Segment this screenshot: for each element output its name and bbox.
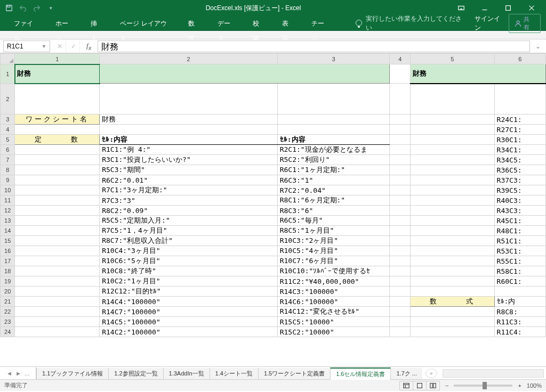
cell[interactable] — [390, 125, 411, 135]
column-header[interactable]: 5 — [411, 54, 494, 64]
cell[interactable] — [15, 175, 100, 185]
normal-view-icon[interactable] — [399, 381, 413, 390]
cell[interactable] — [411, 226, 494, 236]
cell[interactable]: R24C1: — [494, 115, 545, 125]
cell[interactable] — [411, 84, 494, 115]
cell[interactable]: R5C2:"利回り" — [277, 155, 390, 165]
ribbon-tab[interactable]: 校閲 — [244, 16, 274, 31]
cell[interactable] — [390, 226, 411, 236]
cell[interactable] — [411, 135, 494, 145]
cell[interactable] — [411, 155, 494, 165]
zoom-in-button[interactable]: + — [518, 382, 521, 389]
cell[interactable]: R10C5:"4ヶ月目" — [277, 246, 390, 256]
cell[interactable] — [15, 287, 100, 297]
cell[interactable] — [390, 185, 411, 195]
cell[interactable] — [15, 297, 100, 307]
sheet-nav-prev-icon[interactable]: ◄ — [5, 370, 13, 377]
cell[interactable]: 財務 — [100, 115, 278, 125]
cell[interactable] — [15, 155, 100, 165]
column-header[interactable]: 2 — [100, 54, 278, 64]
column-header[interactable]: 4 — [390, 54, 411, 64]
cell[interactable]: ワークシート名 — [15, 115, 100, 125]
cell[interactable] — [15, 256, 100, 266]
column-header[interactable]: 6 — [494, 54, 545, 64]
cell[interactable]: 財務 — [411, 64, 546, 84]
cell[interactable] — [390, 206, 411, 216]
cell[interactable] — [15, 226, 100, 236]
row-header[interactable]: 11 — [1, 195, 15, 206]
row-header[interactable]: 17 — [1, 256, 15, 266]
row-header[interactable]: 20 — [1, 287, 15, 297]
cell[interactable] — [15, 236, 100, 246]
sign-in-link[interactable]: サインイン — [475, 14, 505, 32]
cell[interactable] — [390, 175, 411, 185]
ribbon-tab[interactable]: ページ レイアウト — [111, 16, 179, 31]
sheet-tab[interactable]: 1.1ブックファイル情報 — [36, 368, 109, 380]
cell[interactable] — [411, 256, 494, 266]
cell[interactable]: R14C5:"100000" — [100, 317, 278, 327]
tell-me-search[interactable]: 実行したい作業を入力してください — [344, 14, 474, 32]
ribbon-tab[interactable]: ホーム — [47, 16, 82, 31]
cell[interactable] — [411, 216, 494, 226]
cell[interactable] — [100, 125, 278, 135]
cell[interactable] — [411, 185, 494, 195]
cell[interactable] — [411, 246, 494, 256]
cell[interactable] — [411, 266, 494, 276]
cell[interactable]: R11C3: — [494, 317, 545, 327]
cell[interactable]: R36C5: — [494, 165, 545, 175]
chevron-down-icon[interactable]: ▼ — [42, 44, 46, 49]
cell[interactable]: R6C3:"1" — [277, 175, 390, 185]
ribbon-tab[interactable]: 挿入 — [82, 16, 111, 31]
cell[interactable] — [100, 84, 278, 115]
cell[interactable]: R7C2:"0.04" — [277, 185, 390, 195]
cell[interactable]: R8C8: — [494, 307, 545, 317]
cell[interactable] — [494, 84, 545, 115]
cell[interactable]: ｾﾙ:内容 — [100, 135, 278, 145]
cell[interactable] — [411, 115, 494, 125]
cell[interactable]: R15C2:"10000" — [277, 327, 390, 337]
cell[interactable] — [411, 236, 494, 246]
ribbon-tab[interactable]: 表示 — [274, 16, 303, 31]
row-header[interactable]: 4 — [1, 125, 15, 135]
cell[interactable]: R60C1: — [494, 276, 545, 287]
cell[interactable] — [15, 317, 100, 327]
cell[interactable]: R43C3: — [494, 206, 545, 216]
cell[interactable]: R1C1:"例 4:" — [100, 145, 278, 155]
ribbon-tab[interactable]: チーム — [303, 16, 338, 31]
cell[interactable] — [390, 327, 411, 337]
horizontal-scrollbar[interactable] — [443, 369, 544, 378]
cell[interactable] — [15, 246, 100, 256]
sheet-tab[interactable]: 1.2参照設定一覧 — [108, 368, 163, 380]
cancel-formula-icon[interactable]: ✕ — [53, 40, 66, 52]
cell[interactable]: R5C3:"期間" — [100, 165, 278, 175]
sheet-tab[interactable]: 1.6セル情報定義書 — [330, 368, 391, 380]
ribbon-options-icon[interactable] — [450, 0, 472, 16]
cell[interactable] — [390, 276, 411, 287]
cell[interactable] — [411, 327, 494, 337]
cell[interactable]: 数 式 — [411, 297, 494, 307]
qat-customize-icon[interactable]: ▾ — [45, 2, 57, 14]
cell[interactable]: R14C3:"100000" — [277, 287, 390, 297]
cell[interactable]: ｾﾙ:内容 — [277, 135, 390, 145]
row-header[interactable]: 22 — [1, 307, 15, 317]
cell[interactable]: R8C2:"0.09" — [100, 206, 278, 216]
row-header[interactable]: 8 — [1, 165, 15, 175]
sheet-tab[interactable]: 1.4シート一覧 — [210, 368, 259, 380]
cell[interactable]: R3C1:"投資したらいいか?" — [100, 155, 278, 165]
cell[interactable] — [390, 266, 411, 276]
cell[interactable]: R10C4:"3ヶ月目" — [100, 246, 278, 256]
cell[interactable]: R8C7:"利息収入合計" — [100, 236, 278, 246]
cell[interactable] — [15, 266, 100, 276]
cell[interactable] — [390, 195, 411, 206]
cell[interactable] — [15, 125, 100, 135]
formula-input[interactable]: 財務 — [98, 40, 530, 52]
cell[interactable]: R10C7:"6ヶ月目" — [277, 256, 390, 266]
cell[interactable] — [277, 84, 390, 115]
cell[interactable]: R58C1: — [494, 266, 545, 276]
select-all-corner[interactable] — [1, 54, 15, 64]
cell[interactable] — [411, 317, 494, 327]
cell[interactable] — [411, 287, 494, 297]
cell[interactable]: R7C3:"3" — [100, 195, 278, 206]
cell[interactable]: R37C3: — [494, 175, 545, 185]
row-header[interactable]: 9 — [1, 175, 15, 185]
